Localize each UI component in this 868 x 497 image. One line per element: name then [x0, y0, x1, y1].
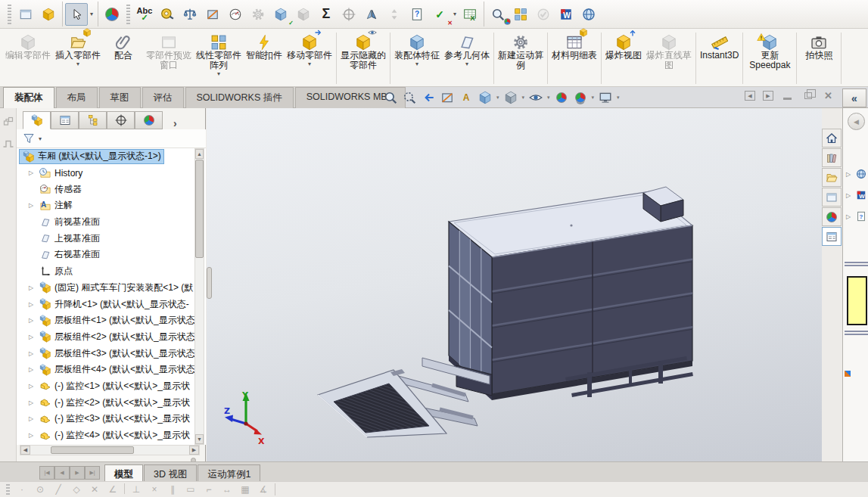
task-pane-item[interactable]: ▷	[846, 169, 866, 179]
deviation-analysis-icon[interactable]	[292, 3, 315, 26]
display-style-icon[interactable]	[502, 89, 519, 106]
3d-model-canvas[interactable]	[207, 108, 822, 461]
edrawings-icon[interactable]	[577, 3, 600, 26]
tree-item-annotations[interactable]: ▷A注解	[17, 197, 206, 214]
equations-icon[interactable]: Σ	[315, 3, 338, 26]
model-lift-platform[interactable]	[318, 369, 446, 437]
apply-scene-caret[interactable]: ▾	[592, 95, 595, 101]
hide-show-caret[interactable]: ▾	[547, 95, 550, 101]
tab-3d-views[interactable]: 3D 视图	[144, 464, 197, 482]
render-preview-icon[interactable]	[487, 3, 509, 26]
scroll-right-arrow[interactable]: ▶	[189, 446, 199, 455]
section-view-icon[interactable]	[439, 89, 456, 106]
task-complete-icon[interactable]	[532, 3, 555, 26]
rotate-model-icon[interactable]	[37, 3, 60, 26]
ribbon-button-component-preview-window[interactable]: 零部件预览窗口	[144, 30, 194, 86]
tree-item-monitor-2[interactable]: ▷(-) 监控<2> (默认<<默认>_显示状	[17, 394, 206, 411]
task-pane-item[interactable]: ▷	[846, 190, 866, 200]
task-pane-small-icon[interactable]	[845, 371, 851, 377]
tab-dimxpert-manager[interactable]	[107, 111, 135, 129]
ribbon-button-move-component[interactable]: 移动零部件▾	[285, 30, 334, 86]
blocks-icon[interactable]	[2, 116, 14, 128]
tree-horizontal-scrollbar[interactable]: ◀ ▶	[20, 445, 200, 455]
annotations-visibility-icon[interactable]: A	[458, 89, 474, 106]
relation-perpendicular-icon[interactable]: ⊥	[127, 484, 145, 495]
tree-item-door-assembly[interactable]: ▷(固定) 厢式车车门安装装配<1> (默	[17, 280, 206, 297]
toolbar-grip[interactable]	[126, 5, 130, 24]
file-explorer-icon[interactable]	[822, 168, 842, 187]
tree-item-shelf-assembly-2[interactable]: ▷层板组件<2> (默认<默认_显示状态	[17, 329, 206, 346]
ribbon-button-explode-line-sketch[interactable]: 爆炸直线草图	[644, 30, 694, 86]
previous-view-icon[interactable]	[420, 89, 437, 106]
appearances-icon[interactable]	[822, 207, 842, 226]
view-settings-icon[interactable]	[597, 89, 614, 106]
mass-properties-icon[interactable]	[179, 3, 201, 26]
tree-item-shelf-assembly-3[interactable]: ▷层板组件<3> (默认<默认_显示状态	[17, 345, 206, 362]
view-orientation-icon[interactable]	[477, 89, 493, 106]
sketch-circle-icon[interactable]: ⊙	[31, 484, 49, 495]
ribbon-button-take-snapshot[interactable]: 拍快照	[798, 30, 839, 86]
tree-item-front-plane[interactable]: 前视基准面	[17, 214, 206, 231]
mirror-components-icon[interactable]	[360, 3, 383, 26]
edit-appearance-icon[interactable]	[553, 89, 570, 106]
ribbon-button-edit-component[interactable]: 编辑零部件	[3, 30, 53, 86]
scroll-thumb[interactable]	[195, 160, 204, 258]
view-settings-caret[interactable]: ▾	[617, 95, 620, 101]
tab-assembly[interactable]: 装配体	[3, 87, 54, 108]
tab-feature-tree[interactable]	[23, 111, 51, 129]
restore-icon[interactable]	[801, 90, 814, 101]
tab-evaluate[interactable]: 评估	[142, 87, 184, 108]
tab-motion-study-1[interactable]: 运动算例1	[198, 464, 260, 482]
excel-table-icon[interactable]	[459, 3, 481, 26]
step-icon[interactable]	[2, 137, 14, 149]
measure-icon[interactable]	[156, 3, 179, 26]
ribbon-button-bill-of-materials[interactable]: 材料明细表	[549, 30, 599, 86]
scroll-thumb[interactable]	[51, 446, 134, 454]
edit-appearance-icon[interactable]	[101, 3, 123, 26]
tree-item-monitor-3[interactable]: ▷(-) 监控<3> (默认<<默认>_显示状	[17, 411, 206, 427]
sketch-point-icon[interactable]: ·	[13, 484, 31, 495]
dimension-icon[interactable]: ↔	[218, 484, 236, 495]
select-dropdown-caret[interactable]: ▾	[88, 11, 95, 17]
display-style-caret[interactable]: ▾	[522, 95, 525, 101]
tree-item-sensors[interactable]: 传感器	[17, 181, 206, 197]
task-pane-yellow-swatch[interactable]	[847, 276, 867, 325]
prev-tab-button[interactable]: ◀	[54, 466, 70, 480]
scroll-up-arrow[interactable]: ▲	[195, 149, 204, 159]
next-tab-button[interactable]: ▶	[70, 466, 85, 480]
tree-item-lift[interactable]: ▷升降机<1> (默认<默认_显示状态-	[17, 296, 206, 312]
tree-item-root-assembly[interactable]: 车厢 (默认<默认_显示状态-1>)	[17, 148, 206, 165]
design-checker-icon[interactable]	[406, 3, 428, 26]
ribbon-button-mate[interactable]: 配合	[103, 30, 144, 86]
tab-configuration-manager[interactable]	[79, 111, 107, 129]
sketch-rectangle-icon[interactable]: ▭	[182, 484, 200, 495]
home-icon[interactable]	[822, 129, 842, 148]
ribbon-button-smart-fasteners[interactable]: 智能扣件	[244, 30, 285, 86]
ribbon-button-linear-component-pattern[interactable]: 线性零部件阵列▾	[194, 30, 244, 86]
angle-dimension-icon[interactable]: ∡	[254, 484, 272, 495]
zoom-to-area-icon[interactable]	[401, 89, 418, 106]
grid-icon[interactable]: ▦	[236, 484, 254, 495]
relation-parallel-icon[interactable]: ∥	[163, 484, 182, 495]
tree-item-monitor-1[interactable]: ▷(-) 监控<1> (默认<<默认>_显示状	[17, 378, 206, 395]
tree-item-shelf-assembly-1[interactable]: ▷层板组件<1> (默认<默认_显示状态	[17, 312, 206, 329]
task-pane-collapse-button[interactable]: «	[842, 89, 866, 107]
apply-scene-icon[interactable]	[572, 89, 589, 106]
tree-item-shelf-assembly-4[interactable]: ▷层板组件<4> (默认<默认_显示状态	[17, 362, 206, 378]
tab-solidworks-addins[interactable]: SOLIDWORKS 插件	[185, 87, 294, 108]
more-tabs-icon[interactable]: ›	[173, 117, 177, 129]
simulation-mesh-icon[interactable]	[509, 3, 532, 26]
tree-item-monitor-4[interactable]: ▷(-) 监控<4> (默认<<默认>_显示状	[17, 427, 206, 444]
relation-intersection-icon[interactable]: ×	[145, 484, 163, 495]
last-tab-button[interactable]: ▶|	[85, 466, 100, 480]
section-properties-icon[interactable]	[201, 3, 224, 26]
new-window-icon[interactable]	[14, 3, 37, 26]
ribbon-button-instant3d[interactable]: Instant3D	[698, 30, 741, 86]
first-tab-button[interactable]: |◀	[39, 466, 54, 480]
tree-item-origin[interactable]: 原点	[17, 263, 206, 280]
import-diagnostics-icon[interactable]	[338, 3, 360, 26]
tab-display-manager[interactable]	[135, 111, 163, 129]
tree-item-right-plane[interactable]: 右视基准面	[17, 247, 206, 263]
sketch-offset-icon[interactable]: ⌐	[200, 484, 218, 495]
tab-layout[interactable]: 布局	[56, 87, 98, 108]
